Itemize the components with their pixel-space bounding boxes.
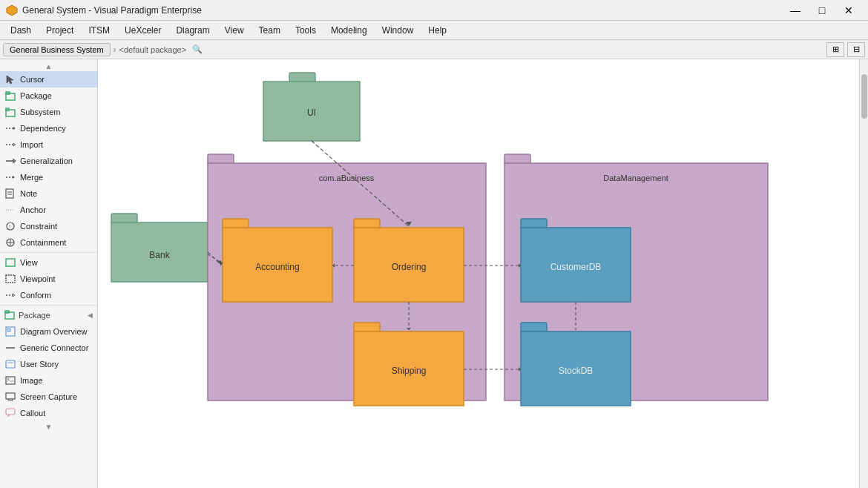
sidebar-item-image[interactable]: Image xyxy=(0,372,97,389)
generic-connector-icon xyxy=(4,342,16,354)
sidebar-item-cursor[interactable]: Cursor xyxy=(0,71,97,88)
sidebar-item-package[interactable]: Package xyxy=(0,88,97,104)
diagram-canvas[interactable]: UI Bank com.aBusiness DataManagement Acc… xyxy=(98,59,859,488)
breadcrumb-path-button[interactable]: General Business System xyxy=(3,43,111,56)
svg-text:com.aBusiness: com.aBusiness xyxy=(319,174,375,182)
constraint-icon: ! xyxy=(4,220,16,232)
image-icon xyxy=(4,375,16,386)
menu-view[interactable]: View xyxy=(217,22,251,39)
subsystem-icon xyxy=(4,106,16,118)
window-controls: — □ ✕ xyxy=(782,0,862,21)
screen-capture-label: Screen Capture xyxy=(20,392,77,401)
merge-label: Merge xyxy=(20,173,43,182)
sidebar-item-viewpoint[interactable]: Viewpoint xyxy=(0,271,97,287)
svg-marker-7 xyxy=(13,127,16,130)
menu-bar: Dash Project ITSM UeXceler Diagram View … xyxy=(0,21,868,40)
svg-rect-37 xyxy=(8,399,13,400)
sidebar-item-merge[interactable]: Merge xyxy=(0,169,97,185)
sidebar-item-dependency[interactable]: Dependency xyxy=(0,120,97,136)
scroll-down-arrow[interactable]: ▼ xyxy=(0,421,97,432)
sidebar-package-section[interactable]: Package ◀ xyxy=(0,307,97,323)
sidebar-item-user-story[interactable]: User Story xyxy=(0,356,97,372)
dependency-label: Dependency xyxy=(20,124,66,133)
sidebar: ▲ Cursor Package Subsystem Dependency xyxy=(0,59,98,488)
title-text: General System - Visual Paradigm Enterpr… xyxy=(22,5,782,16)
viewpoint-label: Viewpoint xyxy=(20,274,56,283)
subsystem-label: Subsystem xyxy=(20,108,60,116)
image-label: Image xyxy=(20,376,43,385)
sidebar-item-subsystem[interactable]: Subsystem xyxy=(0,104,97,120)
scroll-up-arrow[interactable]: ▲ xyxy=(0,61,97,71)
svg-text:CustomerDB: CustomerDB xyxy=(550,262,602,272)
user-story-label: User Story xyxy=(20,360,59,369)
svg-text:!: ! xyxy=(9,223,10,230)
menu-window[interactable]: Window xyxy=(375,22,421,39)
diagram-overview-label: Diagram Overview xyxy=(20,327,87,336)
sidebar-item-screen-capture[interactable]: Screen Capture xyxy=(0,389,97,405)
title-bar: General System - Visual Paradigm Enterpr… xyxy=(0,0,868,21)
sidebar-item-generic-connector[interactable]: Generic Connector xyxy=(0,340,97,356)
menu-team[interactable]: Team xyxy=(251,22,288,39)
sidebar-item-generalization[interactable]: Generalization xyxy=(0,153,97,169)
menu-help[interactable]: Help xyxy=(421,22,454,39)
sidebar-item-anchor[interactable]: Anchor xyxy=(0,202,97,218)
right-scrollbar[interactable] xyxy=(859,59,868,488)
grid-view-button[interactable]: ⊞ xyxy=(826,42,844,57)
note-label: Note xyxy=(20,189,37,198)
generalization-label: Generalization xyxy=(20,156,73,165)
svg-rect-14 xyxy=(6,189,13,198)
svg-text:DataManagement: DataManagement xyxy=(603,174,668,182)
menu-diagram[interactable]: Diagram xyxy=(168,22,217,39)
diagram-overview-icon xyxy=(4,326,16,337)
app-icon xyxy=(6,4,18,16)
generic-connector-label: Generic Connector xyxy=(20,343,88,352)
menu-project[interactable]: Project xyxy=(39,22,81,39)
menu-uexceler[interactable]: UeXceler xyxy=(117,22,168,39)
sidebar-item-import[interactable]: Import xyxy=(0,136,97,153)
search-icon[interactable]: 🔍 xyxy=(192,44,203,54)
user-story-icon xyxy=(4,358,16,370)
svg-text:Ordering: Ordering xyxy=(392,262,427,272)
breadcrumb-bar: General Business System › <default packa… xyxy=(0,40,868,59)
containment-icon xyxy=(4,237,16,248)
anchor-icon xyxy=(4,204,16,216)
panel-view-button[interactable]: ⊟ xyxy=(847,42,865,57)
sidebar-item-callout[interactable]: Callout xyxy=(0,405,97,421)
menu-itsm[interactable]: ITSM xyxy=(81,22,117,39)
breadcrumb-separator: › xyxy=(114,44,116,55)
minimize-button[interactable]: — xyxy=(782,0,809,21)
sidebar-item-conform[interactable]: Conform xyxy=(0,287,97,303)
close-button[interactable]: ✕ xyxy=(835,0,862,21)
sidebar-item-diagram-overview[interactable]: Diagram Overview xyxy=(0,323,97,340)
svg-marker-26 xyxy=(13,294,15,297)
generalization-icon xyxy=(4,155,16,167)
svg-rect-32 xyxy=(6,360,15,368)
package-label: Package xyxy=(20,91,52,100)
merge-icon xyxy=(4,171,16,183)
diagram-svg: UI Bank com.aBusiness DataManagement Acc… xyxy=(98,59,859,488)
import-icon xyxy=(4,139,16,151)
sidebar-item-constraint[interactable]: ! Constraint xyxy=(0,218,97,234)
svg-text:Shipping: Shipping xyxy=(392,366,427,376)
svg-marker-1 xyxy=(7,76,13,84)
menu-tools[interactable]: Tools xyxy=(288,22,323,39)
containment-label: Containment xyxy=(20,238,66,247)
sidebar-item-containment[interactable]: Containment xyxy=(0,234,97,251)
svg-marker-11 xyxy=(13,159,16,162)
callout-label: Callout xyxy=(20,409,45,418)
menu-dash[interactable]: Dash xyxy=(3,22,39,39)
menu-modeling[interactable]: Modeling xyxy=(323,22,375,39)
svg-rect-23 xyxy=(6,259,15,266)
cursor-icon xyxy=(4,73,16,85)
package2-label: Package xyxy=(19,311,50,320)
sidebar-item-note[interactable]: Note xyxy=(0,185,97,202)
cursor-label: Cursor xyxy=(20,75,45,84)
scroll-handle[interactable] xyxy=(861,74,867,119)
maximize-button[interactable]: □ xyxy=(809,0,835,21)
sidebar-item-view[interactable]: View xyxy=(0,254,97,271)
view-icon xyxy=(4,257,16,268)
svg-text:UI: UI xyxy=(307,108,316,118)
svg-rect-38 xyxy=(6,409,15,415)
conform-icon xyxy=(4,289,16,301)
svg-rect-36 xyxy=(6,393,15,399)
